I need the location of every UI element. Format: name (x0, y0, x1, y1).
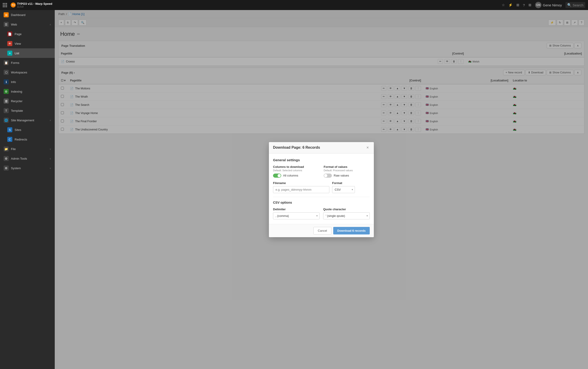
help-icon[interactable]: ? (523, 3, 525, 7)
sidebar-item-page[interactable]: 📄 Page (0, 29, 55, 39)
typo3-logo-icon: T3 (11, 2, 16, 8)
sidebar-label-file: File (11, 147, 47, 151)
format-label: Format (332, 181, 370, 185)
delimiter-select-wrap: , (comma) ; (semicolon) \t (tab) (273, 212, 320, 219)
columns-sublabel: Default: Selected columns (273, 169, 319, 172)
sidebar-item-recycler[interactable]: 🗑 Recycler (0, 96, 55, 106)
sidebar-item-list[interactable]: ≡ List (0, 48, 55, 58)
recycler-icon: 🗑 (4, 99, 9, 103)
sidebar-item-info[interactable]: ℹ Info (0, 77, 55, 87)
format-select[interactable]: CSV JSON XML (332, 186, 355, 193)
sidebar-label-view: View (15, 42, 51, 45)
quote-label: Quote character (323, 207, 370, 211)
indexing-icon: ⚙ (4, 89, 9, 94)
filename-format-row: Filename Format CSV JSON XML (273, 181, 370, 193)
filename-input[interactable] (273, 186, 329, 193)
web-icon: ☰ (4, 22, 9, 27)
download-records-button[interactable]: Download 6 records (333, 227, 370, 235)
search-placeholder: Search (572, 3, 583, 7)
sidebar-item-template[interactable]: T Template (0, 106, 55, 115)
site-management-chevron: ∧ (50, 119, 51, 122)
modal-body: General settings Columns to download Def… (269, 154, 374, 224)
sites-icon: S (7, 127, 12, 132)
sidebar-item-web[interactable]: ☰ Web ∧ (0, 20, 55, 29)
app-name: TYPO3 v11 - Warp Speed (17, 2, 52, 5)
sidebar-label-sites: Sites (15, 128, 51, 132)
search-box[interactable]: 🔍 Search (565, 2, 585, 8)
sidebar-label-system: System (11, 166, 47, 170)
delimiter-col: Delimiter , (comma) ; (semicolon) \t (ta… (273, 207, 320, 219)
modal-settings-row: Columns to download Default: Selected co… (273, 165, 370, 178)
sidebar-item-site-management[interactable]: 🌐 Site Management ∧ (0, 115, 55, 125)
user-info[interactable]: GN Gene Nimoy (535, 2, 562, 8)
grid-menu-icon[interactable] (3, 3, 7, 7)
sidebar-item-forms[interactable]: 📋 Forms (0, 58, 55, 68)
template-icon: T (4, 108, 9, 113)
lightning-icon[interactable]: ⚡ (508, 3, 513, 7)
format-values-sublabel: Default: Processed values (324, 169, 370, 172)
info-icon: ℹ (4, 79, 9, 84)
sidebar-item-sites[interactable]: S Sites (0, 125, 55, 134)
all-columns-toggle[interactable] (273, 174, 281, 178)
sidebar-label-admin-tools: Admin Tools (11, 157, 47, 160)
format-col: Format CSV JSON XML (332, 181, 370, 193)
sidebar-item-workspaces[interactable]: ⬡ Workspaces (0, 68, 55, 77)
sidebar-item-system[interactable]: ⚙ System ∨ (0, 163, 55, 173)
app-logo: T3 TYPO3 v11 - Warp Speed 11.5.0 (11, 2, 56, 8)
sidebar-item-file[interactable]: 📁 File ∨ (0, 144, 55, 154)
workspaces-icon: ⬡ (4, 70, 9, 75)
filename-col: Filename (273, 181, 329, 193)
modal-title: Download Page: 6 Records (273, 145, 320, 150)
modal-footer: Cancel Download 6 records (269, 224, 374, 237)
quote-select[interactable]: ' (single qoute) " (double quote) None (323, 212, 370, 219)
web-chevron: ∧ (50, 23, 51, 26)
delimiter-label: Delimiter (273, 207, 320, 211)
redirects-icon: C (7, 137, 12, 142)
format-select-wrap: CSV JSON XML (332, 186, 355, 193)
bookmark-icon[interactable]: ☆ (502, 3, 505, 7)
sidebar-label-recycler: Recycler (11, 99, 51, 103)
layout-icon[interactable]: ⊞ (516, 3, 519, 7)
modal-divider (273, 197, 370, 197)
sidebar-item-view[interactable]: 👁 View (0, 39, 55, 48)
modal-overlay[interactable]: Download Page: 6 Records × General setti… (55, 10, 588, 369)
toggle-knob (278, 174, 281, 177)
cancel-button[interactable]: Cancel (313, 227, 331, 235)
raw-values-toggle[interactable] (324, 174, 332, 178)
sidebar: ⊞ Dashboard ☰ Web ∧ 📄 Page 👁 View ≡ List… (0, 10, 55, 369)
dashboard-icon: ⊞ (4, 12, 9, 17)
apps-icon[interactable]: ⊞ (528, 3, 531, 7)
app-version: 11.5.0 (17, 5, 52, 8)
list-icon: ≡ (7, 51, 12, 56)
csv-options-row: Delimiter , (comma) ; (semicolon) \t (ta… (273, 207, 370, 219)
sidebar-label-indexing: Indexing (11, 90, 51, 93)
all-columns-label: All columns (283, 174, 298, 177)
sidebar-item-indexing[interactable]: ⚙ Indexing (0, 87, 55, 96)
download-modal: Download Page: 6 Records × General setti… (269, 142, 374, 237)
topbar: T3 TYPO3 v11 - Warp Speed 11.5.0 ☆ ⚡ ⊞ ?… (0, 0, 588, 10)
quote-select-wrap: ' (single qoute) " (double quote) None (323, 212, 370, 219)
sidebar-item-dashboard[interactable]: ⊞ Dashboard (0, 10, 55, 20)
raw-values-toggle-row: Raw values (324, 174, 370, 178)
modal-close-button[interactable]: × (365, 145, 370, 150)
sidebar-label-workspaces: Workspaces (11, 71, 51, 74)
sidebar-item-redirects[interactable]: C Redirects (0, 134, 55, 144)
columns-col: Columns to download Default: Selected co… (273, 165, 319, 178)
sidebar-label-site-management: Site Management (11, 119, 47, 122)
sidebar-label-template: Template (11, 109, 51, 113)
file-icon: 📁 (4, 146, 9, 151)
sidebar-label-page: Page (15, 32, 51, 36)
forms-icon: 📋 (4, 60, 9, 65)
search-icon: 🔍 (567, 3, 572, 7)
general-settings-title: General settings (273, 158, 370, 162)
system-chevron: ∨ (50, 167, 51, 169)
columns-label: Columns to download (273, 165, 319, 169)
csv-options-title: CSV options (273, 201, 370, 204)
delimiter-select[interactable]: , (comma) ; (semicolon) \t (tab) (273, 212, 320, 219)
format-values-label: Format of values (324, 165, 370, 169)
sidebar-label-dashboard: Dashboard (11, 13, 51, 17)
sidebar-label-info: Info (11, 80, 51, 84)
system-icon: ⚙ (4, 165, 9, 171)
raw-values-label: Raw values (334, 174, 349, 177)
sidebar-item-admin-tools[interactable]: ⚙ Admin Tools ∨ (0, 154, 55, 163)
